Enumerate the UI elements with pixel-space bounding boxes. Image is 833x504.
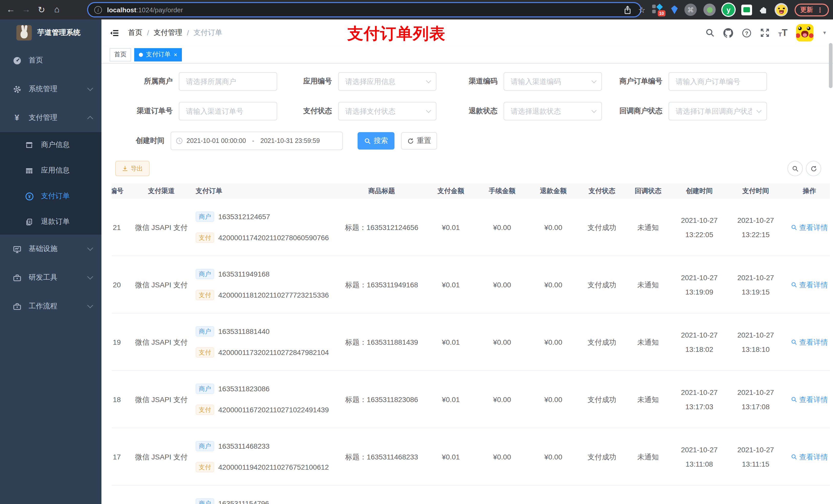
breadcrumb: 首页 / 支付管理 / 支付订单 [128,28,222,38]
app-logo[interactable]: 芋道管理系统 [0,20,101,46]
cell-status: 支付成功 [579,371,625,428]
tab-pay-order[interactable]: 支付订单 × [134,48,182,61]
sidebar-item-label: 退款订单 [41,217,70,226]
cell-order-nos: 商户 1635311154796 支付 [190,485,338,504]
browser-back-button[interactable]: ← [3,5,19,15]
cell-status: 支付成功 [579,313,625,370]
date-range-input[interactable]: 2021-10-01 00:00:00 - 2021-10-31 23:59:5… [171,131,343,150]
filter-create-time: 创建时间 2021-10-01 00:00:00 - 2021-10-31 23… [109,131,343,150]
cell-title: 标题：1635311823086 [338,371,425,428]
y-extension-icon[interactable]: y [722,4,735,16]
export-button[interactable]: 导出 [115,161,149,176]
gem-extension-icon[interactable] [671,5,678,14]
cell-amount: ¥0.01 [425,428,476,485]
filter-merchant: 所属商户 [107,72,277,91]
cell-action: 查看详情 [784,199,833,256]
cell-notify: 未通知 [625,371,671,428]
refund-status-select[interactable] [504,102,602,120]
merchant-order-no-input[interactable] [669,72,767,91]
extension-diamond-icon[interactable]: 10 [652,3,664,16]
user-avatar[interactable] [796,24,813,42]
address-bar[interactable]: i localhost:1024/pay/order [87,2,641,18]
sidebar-item-label: 研发工具 [29,273,57,282]
github-icon[interactable] [723,28,733,38]
page-content: 所属商户 应用编号 渠道编码 商户订单编号 渠道订单号 [101,64,833,504]
browser-menu-icon[interactable]: ⋮ [817,6,823,14]
merchant-input[interactable] [179,72,277,91]
sidebar-item-app-info[interactable]: 应用信息 [0,158,101,183]
cell-title: 标题：1635312124656 [338,199,425,256]
view-detail-link[interactable]: 查看详情 [791,450,828,464]
cell-amount: ¥0.01 [425,199,476,256]
cell-amount: ¥0.01 [425,256,476,313]
view-detail-link[interactable]: 查看详情 [791,278,828,292]
app-title: 芋道管理系统 [38,28,80,38]
channel-order-no-input[interactable] [179,102,277,120]
breadcrumb-home[interactable]: 首页 [128,28,142,38]
sidebar-item-refund-order[interactable]: 退款订单 [0,209,101,235]
cell-amount: ¥0.01 [425,313,476,370]
share-icon[interactable] [623,5,632,14]
channel-code-select[interactable] [504,72,602,91]
browser-forward-button[interactable]: → [19,5,34,15]
svg-text:?: ? [745,30,748,36]
sidebar-fold-icon[interactable] [110,28,119,38]
channel-order-no: 4200001194202110276752100612 [218,462,329,472]
cell-paid: 2021-10-27 13:11:15 [728,428,784,485]
reset-button[interactable]: 重置 [401,132,437,149]
cell-paid: 2021-10-27 13:18:10 [728,313,784,370]
browser-home-button[interactable]: ⌂ [49,5,65,15]
merchant-order-no: 1635311823086 [218,384,269,394]
view-detail-link[interactable]: 查看详情 [791,392,828,406]
fullscreen-icon[interactable] [761,28,770,38]
merchant-tag: 商户 [196,384,214,394]
filter-notify-status: 回调商户状态 [597,102,767,120]
pay-status-select[interactable] [338,102,436,120]
cell-created: 2021-10-27 13:17:03 [671,371,728,428]
browser-update-button[interactable]: 更新 ⋮ [794,3,829,16]
site-info-icon[interactable]: i [94,6,102,14]
page-title: 支付订单列表 [347,23,446,45]
sidebar-item-pay-order[interactable]: ¥ 支付订单 [0,183,101,209]
search-icon[interactable] [706,28,715,38]
chat-extension-icon[interactable] [741,4,752,15]
sidebar-item-devtools[interactable]: 研发工具 [0,263,101,292]
sidebar-item-system[interactable]: 系统管理 [0,75,101,103]
grid-table-icon [25,166,34,175]
search-icon [792,165,799,172]
table-search-toggle-button[interactable] [787,161,803,176]
command-extension-icon[interactable]: ⌘ [685,4,697,16]
cell-status: 支付成功 [579,256,625,313]
sidebar-item-workflow[interactable]: 工作流程 [0,292,101,321]
sidebar-item-merchant-info[interactable]: 商户信息 [0,132,101,158]
filter-app: 应用编号 [266,72,436,91]
table-refresh-button[interactable] [806,161,821,176]
puzzle-extensions-icon[interactable] [759,5,768,14]
sidebar-item-home[interactable]: 首页 [0,46,101,75]
filter-pay-status: 支付状态 [266,102,436,120]
close-icon[interactable]: × [174,51,177,57]
cell-refund: ¥0.00 [528,313,579,370]
search-button[interactable]: 搜索 [358,132,395,149]
merchant-order-no: 1635311949168 [218,269,269,279]
help-icon[interactable]: ? [742,28,752,38]
app-select[interactable] [338,72,436,91]
cell-order-nos: 商户 1635312124657 支付 42000011742021102780… [190,199,338,256]
bookmark-star-icon[interactable]: ☆ [638,5,645,15]
breadcrumb-pay[interactable]: 支付管理 [154,28,182,38]
search-icon [364,138,371,144]
avatar-caret-down-icon[interactable]: ▼ [822,30,827,35]
profile-avatar-emoji[interactable] [775,3,788,16]
sidebar-item-infra[interactable]: 基础设施 [0,235,101,263]
view-detail-link[interactable]: 查看详情 [791,220,828,234]
recorder-extension-icon[interactable] [704,4,716,16]
page-scrollbar-thumb[interactable] [829,43,832,88]
cell-order-nos: 商户 1635311881440 支付 42000011732021102728… [190,313,338,370]
notify-status-select[interactable] [669,102,767,120]
view-detail-link[interactable]: 查看详情 [791,335,828,349]
browser-reload-button[interactable]: ↻ [34,4,49,15]
sidebar-item-pay[interactable]: ¥ 支付管理 [0,103,101,132]
cell-channel [133,485,190,504]
tab-home[interactable]: 首页 [110,48,131,61]
font-size-icon[interactable]: TT [779,28,787,38]
